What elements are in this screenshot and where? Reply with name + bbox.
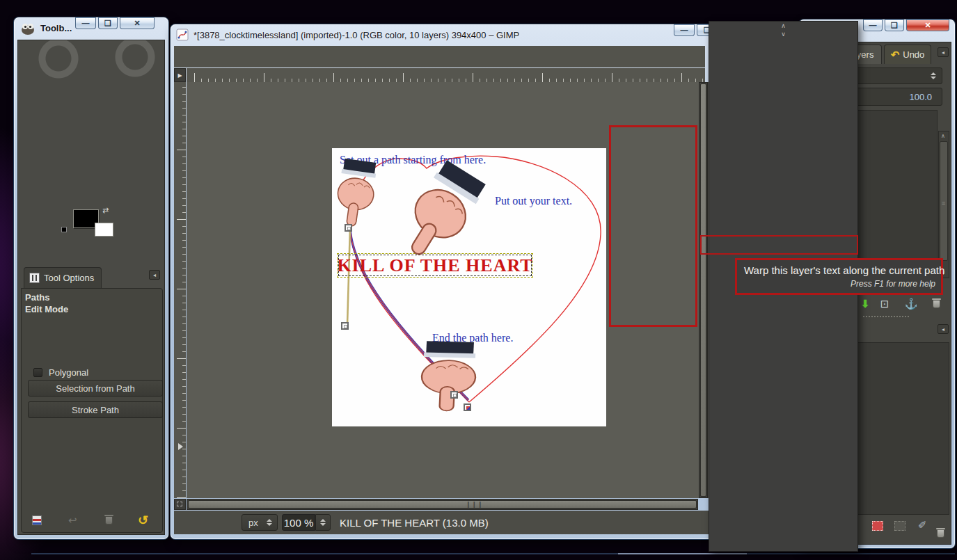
toolbox-minimize-button[interactable]: — (75, 17, 96, 29)
delete-path-button[interactable] (937, 529, 944, 538)
default-colors-icon[interactable] (61, 227, 67, 232)
horizontal-ruler (187, 68, 705, 82)
opacity-value: 100.0 (909, 92, 932, 102)
tool-name-label: Paths (25, 292, 49, 303)
desktop-edge-highlight (618, 553, 747, 554)
zoom-value: 100 % (284, 517, 314, 529)
toolbox-maximize-button[interactable]: ❑ (98, 17, 118, 29)
background-color-swatch[interactable] (95, 223, 113, 237)
menu-scroll-down-icon[interactable]: ∨ (709, 30, 857, 38)
gimp-wilber-icon (20, 22, 35, 35)
status-text: KILL OF THE HEART (13.0 MB) (340, 517, 489, 529)
stroke-path-icon-button[interactable]: ✐ (913, 518, 931, 532)
ruler-corner-menu-button[interactable]: ▶ (174, 68, 186, 82)
image-window-icon (176, 29, 189, 41)
polygonal-option[interactable]: Polygonal (33, 367, 88, 378)
swap-colors-icon[interactable]: ⇄ (102, 206, 109, 215)
path-anchor[interactable] (345, 224, 352, 232)
horizontal-scrollbar[interactable]: ❙❙❙ (187, 499, 698, 510)
delete-options-icon[interactable] (105, 516, 113, 525)
dock-minimize-button[interactable]: — (863, 19, 883, 31)
toolbox-body: ⇄ Tool Options ◂ Paths Edit Mode Polygon… (17, 40, 165, 535)
path-anchor[interactable] (464, 403, 471, 411)
tooltip-text: Warp this layer's text along the current… (744, 264, 935, 276)
save-options-icon[interactable] (32, 515, 42, 525)
paths-dock-menu-button[interactable]: ◂ (938, 324, 949, 334)
tool-options-icon (29, 273, 40, 283)
edit-mode-label: Edit Mode (25, 304, 68, 314)
tooltip: Warp this layer's text along the current… (735, 258, 943, 295)
main-window-title: *[3878_clocktimelessland] (imported)-1.0… (193, 30, 519, 40)
menu-scroll-up-icon[interactable]: ∧ (709, 22, 857, 30)
tool-options-menu-button[interactable]: ◂ (149, 270, 160, 280)
vertical-ruler (174, 82, 186, 498)
undo-icon: ↶ (891, 49, 900, 61)
pointer-position-marker (178, 443, 183, 450)
duplicate-layer-button[interactable]: ⊡ (876, 297, 894, 311)
path-to-selection-button[interactable] (872, 521, 883, 531)
unit-dropdown[interactable]: px (242, 514, 278, 531)
pointing-hand-icon (410, 340, 489, 415)
note-put: Put out your text. (495, 195, 572, 207)
tool-options-tab-label: Tool Options (44, 273, 94, 283)
unit-value: px (248, 518, 258, 528)
path-anchor[interactable] (341, 322, 349, 330)
dock-close-button[interactable]: ✕ (906, 19, 949, 31)
tab-undo[interactable]: ↶ Undo (884, 45, 931, 64)
delete-layer-button[interactable] (933, 300, 940, 308)
tool-options-tab[interactable]: Tool Options (24, 267, 102, 288)
desktop-edge (31, 553, 955, 554)
tooltip-hint: Press F1 for more help (744, 279, 935, 289)
polygonal-checkbox[interactable] (33, 368, 42, 377)
undo-tab-label: Undo (903, 49, 924, 60)
polygonal-label: Polygonal (49, 367, 88, 378)
zoom-spinner[interactable] (315, 514, 331, 531)
dock-maximize-button[interactable]: ❑ (885, 19, 904, 31)
toolbox-window: Toolb... — ❑ ✕ ⇄ Tool Options ◂ Paths Ed… (14, 17, 168, 539)
path-anchor[interactable] (450, 391, 458, 399)
restore-options-icon[interactable]: ↩ (68, 514, 77, 527)
toolbox-close-button[interactable]: ✕ (120, 17, 155, 29)
toolbox-title: Toolb... (40, 23, 72, 33)
quick-mask-toggle[interactable] (174, 499, 186, 510)
selection-to-path-button[interactable] (894, 521, 905, 531)
main-menubar (174, 46, 705, 67)
dock-grip[interactable] (863, 316, 909, 317)
dock-menu-button[interactable]: ◂ (938, 47, 949, 57)
selection-from-path-button[interactable]: Selection from Path (28, 380, 163, 397)
vertical-scrollbar[interactable] (699, 82, 708, 498)
instruction-box (609, 125, 697, 327)
text-along-path-highlight (700, 235, 858, 255)
anchor-layer-button[interactable]: ⚓ (902, 297, 920, 311)
pointing-hand-icon (326, 157, 386, 232)
stroke-path-button[interactable]: Stroke Path (28, 401, 163, 418)
wilber-watermark (31, 40, 156, 85)
zoom-field[interactable]: 100 % (282, 514, 315, 531)
lower-layer-button[interactable]: ⬇ (856, 297, 874, 311)
layers-scrollbar[interactable]: ∧ ≡ ∨ (938, 131, 949, 278)
reset-options-icon[interactable]: ↺ (138, 513, 148, 528)
main-minimize-button[interactable]: — (674, 24, 695, 36)
